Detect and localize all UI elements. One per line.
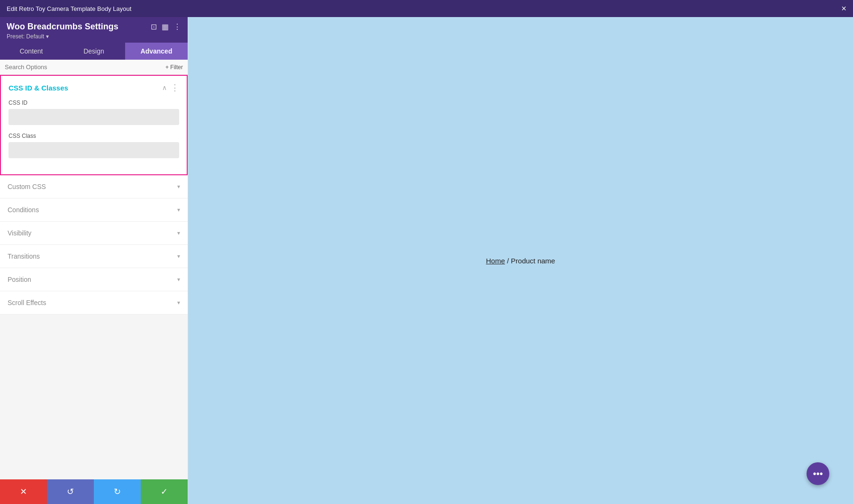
sidebar-heading: Woo Breadcrumbs Settings [7,22,118,32]
transitions-title: Transitions [8,252,40,260]
layout-icon[interactable]: ▦ [162,22,169,31]
visibility-section: Visibility ▾ [0,222,188,245]
sidebar-title-icons: ⊡ ▦ ⋮ [151,22,181,31]
title-bar-text: Edit Retro Toy Camera Template Body Layo… [7,5,131,12]
visibility-header[interactable]: Visibility ▾ [0,222,188,244]
breadcrumb-home[interactable]: Home [486,257,505,265]
css-id-field-group: CSS ID [9,99,179,125]
scroll-effects-chevron: ▾ [177,299,180,306]
search-input[interactable] [5,63,162,71]
css-class-label: CSS Class [9,133,179,139]
css-id-label: CSS ID [9,99,179,106]
transitions-chevron: ▾ [177,253,180,260]
more-options-icon[interactable]: ⋮ [173,22,181,31]
sidebar-title-row: Woo Breadcrumbs Settings ⊡ ▦ ⋮ [7,22,181,32]
position-header[interactable]: Position ▾ [0,268,188,291]
search-row: + Filter [0,60,188,75]
css-class-field-group: CSS Class [9,133,179,158]
fab-button[interactable]: ••• [807,462,829,485]
collapse-icon[interactable]: ∧ [162,84,167,91]
position-chevron: ▾ [177,276,180,283]
css-class-input[interactable] [9,142,179,158]
title-bar: Edit Retro Toy Camera Template Body Layo… [0,0,853,17]
sidebar-header: Woo Breadcrumbs Settings ⊡ ▦ ⋮ Preset: D… [0,17,188,43]
responsive-icon[interactable]: ⊡ [151,22,157,31]
custom-css-section: Custom CSS ▾ [0,175,188,198]
undo-button[interactable]: ↺ [47,479,94,504]
position-title: Position [8,276,31,283]
preset-label[interactable]: Preset: Default ▾ [7,33,181,40]
close-button[interactable]: × [841,4,846,14]
scroll-effects-header[interactable]: Scroll Effects ▾ [0,291,188,314]
save-button[interactable]: ✓ [141,479,188,504]
sidebar: Woo Breadcrumbs Settings ⊡ ▦ ⋮ Preset: D… [0,17,188,504]
css-id-classes-section: CSS ID & Classes ∧ ⋮ CSS ID CSS Class [0,75,188,175]
cancel-button[interactable]: ✕ [0,479,47,504]
redo-button[interactable]: ↻ [94,479,141,504]
custom-css-title: Custom CSS [8,183,46,190]
visibility-chevron: ▾ [177,230,180,236]
position-section: Position ▾ [0,268,188,291]
tabs-row: Content Design Advanced [0,43,188,60]
breadcrumb-current: Product name [511,257,555,265]
filter-button[interactable]: + Filter [165,64,183,71]
section-more-icon[interactable]: ⋮ [171,82,179,93]
transitions-section: Transitions ▾ [0,245,188,268]
custom-css-chevron: ▾ [177,183,180,190]
conditions-section: Conditions ▾ [0,198,188,222]
scroll-effects-section: Scroll Effects ▾ [0,291,188,315]
scroll-effects-title: Scroll Effects [8,299,46,306]
visibility-title: Visibility [8,229,31,237]
css-section-icons: ∧ ⋮ [162,82,179,93]
tab-design[interactable]: Design [63,43,125,60]
custom-css-header[interactable]: Custom CSS ▾ [0,175,188,198]
css-section-header: CSS ID & Classes ∧ ⋮ [9,82,179,93]
tab-advanced[interactable]: Advanced [125,43,188,60]
breadcrumb-separator: / [505,257,511,265]
conditions-header[interactable]: Conditions ▾ [0,198,188,221]
bottom-toolbar: ✕ ↺ ↻ ✓ [0,479,188,504]
css-id-input[interactable] [9,109,179,125]
css-section-title: CSS ID & Classes [9,84,68,92]
conditions-chevron: ▾ [177,207,180,213]
tab-content[interactable]: Content [0,43,63,60]
fab-icon: ••• [813,468,823,479]
main-layout: Woo Breadcrumbs Settings ⊡ ▦ ⋮ Preset: D… [0,17,853,504]
transitions-header[interactable]: Transitions ▾ [0,245,188,268]
breadcrumb: Home / Product name [486,257,555,265]
canvas-area: Home / Product name ••• [188,17,853,504]
conditions-title: Conditions [8,206,39,214]
sidebar-content: CSS ID & Classes ∧ ⋮ CSS ID CSS Class [0,75,188,479]
